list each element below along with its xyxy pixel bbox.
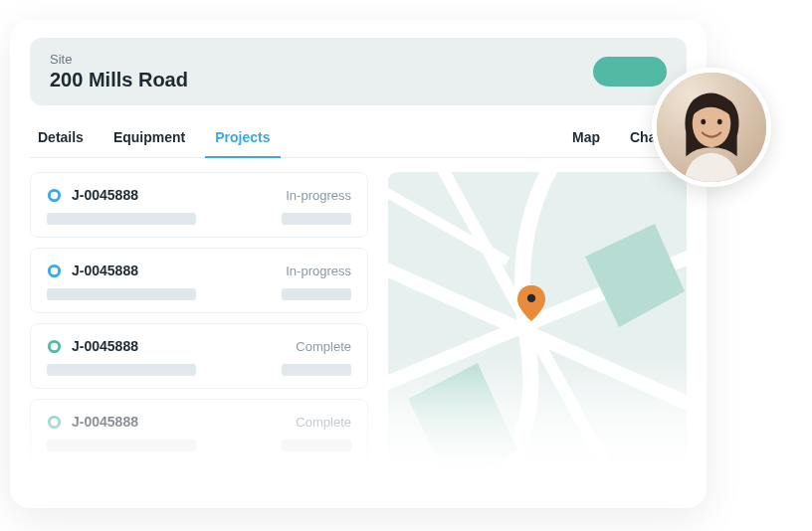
circle-progress-icon [47,264,62,278]
svg-point-0 [49,190,59,200]
project-status: In-progress [286,264,351,278]
placeholder-bar [47,213,196,225]
circle-progress-icon [47,188,62,203]
map-background [388,172,687,490]
project-list: J-0045888 In-progress J-0045888 In-progr… [30,172,368,490]
placeholder-bar [282,440,351,451]
project-item[interactable]: J-0045888 In-progress [30,172,368,238]
site-header: Site 200 Mills Road [30,38,687,105]
svg-point-10 [701,119,706,125]
tab-equipment[interactable]: Equipment [111,119,187,157]
project-status: Complete [296,339,351,354]
svg-point-7 [527,294,535,302]
project-status: Complete [296,415,351,430]
svg-point-3 [49,417,59,427]
project-item[interactable]: J-0045888 Complete [30,399,368,464]
placeholder-bar [282,364,351,376]
placeholder-bar [47,364,196,376]
status-pill[interactable] [593,57,667,87]
site-label: Site [50,52,188,67]
avatar-image [657,73,766,182]
site-card: Site 200 Mills Road Details Equipment Pr… [10,20,707,508]
tab-details[interactable]: Details [36,119,86,157]
placeholder-bar [282,288,351,300]
placeholder-bar [282,213,351,225]
circle-complete-icon [47,339,62,354]
svg-point-2 [49,341,59,351]
tab-bar: Details Equipment Projects Map Chatter [30,119,687,158]
tab-map[interactable]: Map [570,119,602,157]
content-area: J-0045888 In-progress J-0045888 In-progr… [30,172,687,490]
project-item[interactable]: J-0045888 In-progress [30,248,368,313]
project-status: In-progress [286,188,351,203]
project-id: J-0045888 [72,263,138,278]
tab-spacer [299,119,544,157]
tab-projects[interactable]: Projects [213,119,272,157]
map-pin-icon [517,285,545,321]
map-panel[interactable] [388,172,687,490]
placeholder-bar [47,440,196,451]
project-id: J-0045888 [72,187,138,203]
site-header-text: Site 200 Mills Road [50,52,188,91]
circle-complete-icon [47,415,62,430]
project-id: J-0045888 [72,338,138,354]
svg-point-11 [717,119,722,125]
placeholder-bar [47,288,196,300]
project-id: J-0045888 [72,414,138,430]
svg-point-1 [49,266,59,275]
site-address: 200 Mills Road [50,69,188,91]
avatar[interactable] [652,68,771,187]
project-item[interactable]: J-0045888 Complete [30,323,368,389]
